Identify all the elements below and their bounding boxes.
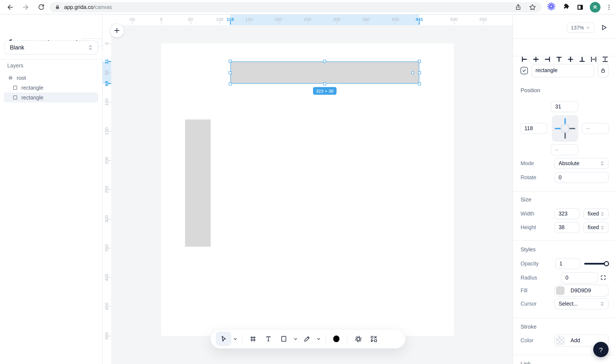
browser-back-icon[interactable]: [6, 3, 14, 11]
rectangle-shape[interactable]: [185, 119, 211, 247]
play-button[interactable]: [600, 23, 608, 32]
shape-tool-menu[interactable]: [292, 332, 299, 346]
chevron-updown-icon: [600, 160, 604, 166]
bookmark-star-icon[interactable]: [529, 3, 536, 11]
ruler-selection-tick: [419, 21, 420, 25]
radius-input[interactable]: 0: [561, 272, 598, 283]
text-tool-icon: [265, 335, 272, 343]
pencil-tool[interactable]: [299, 332, 315, 346]
position-anchor-widget[interactable]: [552, 115, 578, 142]
draw-tool-menu[interactable]: [315, 332, 322, 346]
align-top-icon: [556, 56, 562, 63]
lock-layer-button[interactable]: [598, 63, 609, 78]
zoom-level-value: 137%: [571, 25, 584, 30]
layers-tree: rootrectanglerectangle: [4, 73, 98, 103]
layer-name-value: rectangle: [535, 67, 558, 73]
zoom-level-select[interactable]: 137%: [567, 22, 594, 33]
fill-color-swatch[interactable]: [556, 286, 565, 295]
ruler-tick: [278, 21, 279, 24]
layer-row-rectangle[interactable]: rectangle: [4, 83, 98, 93]
address-bar[interactable]: app.grida.co/canvas: [50, 2, 542, 12]
size-heading: Size: [520, 196, 531, 203]
help-button[interactable]: ?: [593, 342, 609, 357]
cursor-select[interactable]: Select...: [554, 298, 609, 309]
layer-name-input[interactable]: rectangle: [531, 64, 594, 77]
align-vertical-center-icon: [567, 56, 574, 63]
radius-label: Radius: [520, 275, 537, 281]
ruler-tick: [337, 21, 337, 24]
align-bottom-button[interactable]: [578, 55, 586, 63]
horizontal-ruler[interactable]: -50050100150200250300350400500550118441: [103, 14, 512, 25]
ai-assistant[interactable]: [350, 332, 366, 346]
layers-heading: Layers: [7, 63, 23, 69]
ruler-tick: [132, 21, 132, 24]
check-icon: [522, 68, 527, 73]
position-top-input[interactable]: 31: [551, 101, 578, 112]
corner-radius-icon[interactable]: [600, 274, 606, 281]
fill-field[interactable]: D9D9D9: [554, 285, 609, 297]
opacity-slider[interactable]: [584, 261, 609, 266]
profile-avatar[interactable]: R: [590, 2, 601, 12]
side-panel-icon[interactable]: [575, 2, 585, 12]
chevron-updown-icon: [88, 44, 93, 51]
panel-divider: [513, 191, 615, 191]
ruler-selection-label: 118: [226, 17, 234, 22]
height-mode-select[interactable]: fixed: [583, 222, 609, 233]
rectangle-tool[interactable]: [276, 332, 292, 346]
browser-reload-icon[interactable]: [37, 3, 45, 11]
align-right-button[interactable]: [544, 55, 551, 63]
align-top-button[interactable]: [555, 55, 563, 63]
opacity-slider-knob[interactable]: [604, 261, 609, 266]
cursor-value: Select...: [559, 301, 578, 307]
plugins-tool[interactable]: [366, 332, 381, 346]
canvas-viewport[interactable]: 323 × 38 -500501001502002503003504005005…: [103, 14, 512, 364]
position-right-input[interactable]: --: [582, 123, 609, 134]
opacity-input[interactable]: 1: [555, 258, 580, 269]
layer-row-root[interactable]: root: [4, 73, 98, 83]
distribute-vertical-button[interactable]: [602, 55, 609, 63]
extension-spark-icon[interactable]: [547, 2, 556, 12]
layer-label: rectangle: [21, 85, 43, 91]
browser-forward-icon[interactable]: [21, 3, 30, 11]
layer-visible-checkbox[interactable]: [520, 67, 528, 74]
widgets-icon: [369, 335, 377, 343]
mode-label: Mode: [520, 160, 534, 166]
width-mode-select[interactable]: fixed: [583, 208, 609, 219]
vertical-ruler[interactable]: 0501001502002503003504004505003169: [103, 14, 111, 364]
extensions-puzzle-icon[interactable]: [561, 2, 570, 12]
align-horizontal-center-icon: [532, 56, 539, 63]
brush-tool[interactable]: [329, 332, 344, 346]
ruler-label: 300: [333, 17, 340, 22]
rectangle-shape[interactable]: [230, 62, 419, 84]
stroke-heading: Stroke: [520, 324, 537, 330]
align-horizontal-center-button[interactable]: [532, 55, 539, 63]
text-tool[interactable]: [261, 332, 276, 346]
radius-value: 0: [565, 275, 568, 281]
caret-down-icon: [316, 337, 321, 341]
select-tool-menu[interactable]: [231, 332, 239, 346]
position-bottom-value: --: [555, 147, 559, 153]
opacity-value: 1: [559, 260, 562, 266]
ruler-tick: [395, 21, 396, 24]
align-left-icon: [521, 56, 528, 63]
select-tool[interactable]: [216, 332, 231, 346]
distribute-horizontal-button[interactable]: [590, 55, 598, 63]
frame-tool[interactable]: [245, 332, 261, 346]
ruler-selection-tick: [108, 61, 111, 62]
width-input[interactable]: 323: [554, 208, 580, 219]
template-select[interactable]: Blank: [4, 40, 98, 55]
ruler-tick: [190, 21, 191, 24]
align-left-button[interactable]: [520, 55, 528, 63]
share-icon[interactable]: [515, 3, 522, 11]
ruler-selection-tick: [230, 21, 231, 25]
mode-select[interactable]: Absolute: [554, 158, 609, 169]
panel-divider: [513, 318, 615, 318]
height-input[interactable]: 38: [554, 222, 580, 233]
browser-menu-icon[interactable]: [605, 3, 613, 11]
add-frame-button[interactable]: [110, 23, 124, 37]
rotate-input[interactable]: 0: [554, 172, 609, 183]
layer-row-rectangle[interactable]: rectangle: [4, 93, 98, 103]
position-bottom-input[interactable]: --: [551, 144, 578, 155]
align-vertical-center-button[interactable]: [567, 55, 574, 63]
position-left-input[interactable]: 118: [520, 123, 547, 134]
